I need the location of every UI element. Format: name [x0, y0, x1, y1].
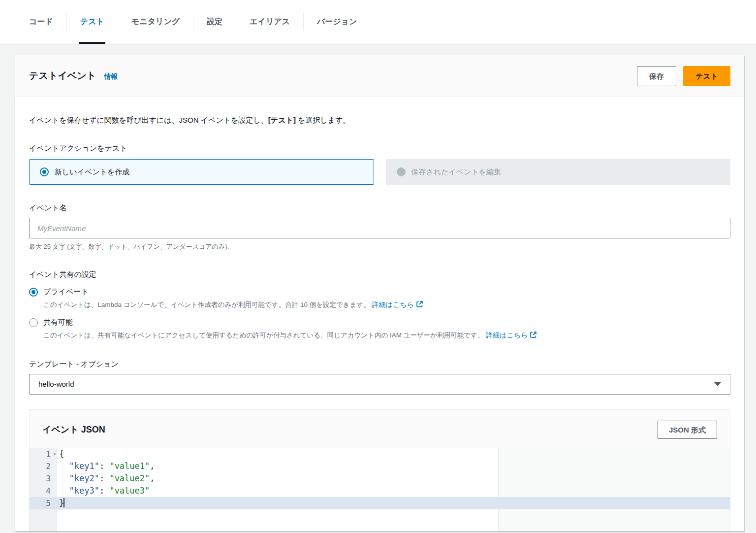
json-key: "key3": [69, 486, 99, 496]
json-punctuation: [59, 461, 69, 471]
line-number: 5: [30, 497, 57, 509]
json-key: "key1": [69, 461, 99, 471]
intro-emphasis: [テスト]: [268, 116, 296, 124]
external-link-icon: [530, 331, 537, 338]
description-text: このイベントは、共有可能なイベントにアクセスして使用するための許可が付与されてい…: [43, 332, 484, 339]
event-json-title: イベント JSON: [42, 424, 105, 435]
learn-more-link[interactable]: 詳細はこちら: [486, 331, 537, 339]
json-punctuation: [59, 486, 69, 496]
segment-create-new-event[interactable]: 新しいイベントを作成: [29, 159, 374, 185]
intro-text: イベントを保存せずに関数を呼び出すには、JSON イベントを設定し、[テスト] …: [29, 116, 730, 125]
json-punctuation: :: [99, 486, 109, 496]
json-punctuation: :: [99, 461, 109, 471]
test-action-label: イベントアクションをテスト: [29, 144, 730, 153]
test-event-panel: テストイベント 情報 保存 テスト イベントを保存せずに関数を呼び出すには、JS…: [15, 55, 744, 532]
line-number: 3: [30, 472, 57, 485]
editor-code-area[interactable]: { "key1": "value1", "key2": "value2", "k…: [57, 448, 730, 532]
json-punctuation: :: [99, 473, 109, 483]
json-punctuation: {: [59, 449, 64, 459]
page-title: テストイベント: [29, 69, 96, 82]
segment-edit-saved-event[interactable]: 保存されたイベントを編集: [386, 159, 731, 185]
fold-caret-icon[interactable]: ▾: [53, 448, 56, 460]
code-line[interactable]: {: [57, 448, 730, 460]
segment-label: 新しいイベントを作成: [55, 167, 129, 177]
tab-6[interactable]: バージョン: [304, 0, 371, 44]
panel-body: イベントを保存せずに関数を呼び出すには、JSON イベントを設定し、[テスト] …: [15, 97, 744, 532]
radio-unchecked-icon: [29, 318, 38, 327]
json-punctuation: ,: [150, 473, 155, 483]
event-json-section: イベント JSON JSON 形式 1▾2345 { "key1": "valu…: [29, 409, 730, 532]
tab-3[interactable]: モニタリング: [118, 0, 193, 44]
description-text: このイベントは、Lambda コンソールで、イベント作成者のみが利用可能です。合…: [43, 301, 370, 308]
line-number: 1▾: [30, 448, 57, 460]
json-string: "value1": [109, 461, 150, 471]
code-line[interactable]: }: [57, 497, 730, 509]
json-punctuation: [59, 473, 69, 483]
radio-shareable[interactable]: 共有可能: [29, 318, 730, 327]
tab-1[interactable]: コード: [16, 0, 66, 44]
tab-4[interactable]: 設定: [193, 0, 236, 44]
event-name-label: イベント名: [29, 203, 730, 213]
line-number: 4: [30, 485, 57, 497]
function-tab-bar: コードテストモニタリング設定エイリアスバージョン: [0, 0, 756, 44]
text-cursor: [63, 498, 64, 507]
radio-shareable-label: 共有可能: [43, 318, 73, 327]
radio-private-label: プライベート: [43, 287, 89, 297]
editor-gutter: 1▾2345: [30, 448, 57, 532]
intro-post: を選択します。: [296, 116, 350, 124]
tabs: コードテストモニタリング設定エイリアスバージョン: [16, 0, 371, 44]
json-string: "value2": [109, 473, 150, 483]
json-key: "key2": [69, 473, 99, 483]
radio-shareable-description: このイベントは、共有可能なイベントにアクセスして使用するための許可が付与されてい…: [43, 330, 730, 340]
json-format-button[interactable]: JSON 形式: [658, 421, 717, 439]
learn-more-label: 詳細はこちら: [486, 331, 528, 339]
code-line[interactable]: "key2": "value2",: [57, 472, 730, 485]
save-button[interactable]: 保存: [637, 66, 676, 86]
template-selected-value: hello-world: [38, 380, 74, 388]
external-link-icon: [416, 300, 423, 308]
template-label: テンプレート - オプション: [29, 360, 730, 369]
json-string: "value3": [109, 486, 150, 496]
tab-5[interactable]: エイリアス: [236, 0, 303, 44]
event-name-input[interactable]: [29, 218, 730, 238]
json-code-editor[interactable]: 1▾2345 { "key1": "value1", "key2": "valu…: [30, 448, 730, 532]
line-number: 2: [30, 460, 57, 472]
code-line[interactable]: "key1": "value1",: [57, 460, 730, 472]
radio-disabled-icon: [397, 167, 406, 176]
chevron-down-icon: [714, 382, 721, 386]
intro-pre: イベントを保存せずに関数を呼び出すには、JSON イベントを設定し、: [29, 116, 268, 124]
radio-private-description: このイベントは、Lambda コンソールで、イベント作成者のみが利用可能です。合…: [43, 300, 730, 310]
panel-header: テストイベント 情報 保存 テスト: [15, 55, 744, 97]
segment-label: 保存されたイベントを編集: [411, 167, 502, 177]
template-select[interactable]: hello-world: [29, 374, 730, 395]
sharing-settings-label: イベント共有の設定: [29, 270, 730, 279]
info-link[interactable]: 情報: [104, 72, 118, 81]
radio-private[interactable]: プライベート: [29, 287, 730, 297]
event-name-help: 最大 25 文字 (文字、数字、ドット、ハイフン、アンダースコアのみ)。: [29, 242, 730, 251]
json-punctuation: ,: [150, 461, 155, 471]
radio-checked-icon: [40, 167, 49, 176]
learn-more-link[interactable]: 詳細はこちら: [372, 300, 423, 308]
radio-checked-icon: [29, 288, 38, 297]
code-line[interactable]: "key3": "value3": [57, 485, 730, 497]
learn-more-label: 詳細はこちら: [372, 300, 414, 308]
test-button[interactable]: テスト: [683, 66, 730, 86]
event-action-segments: 新しいイベントを作成 保存されたイベントを編集: [29, 159, 730, 185]
tab-2[interactable]: テスト: [67, 0, 118, 44]
